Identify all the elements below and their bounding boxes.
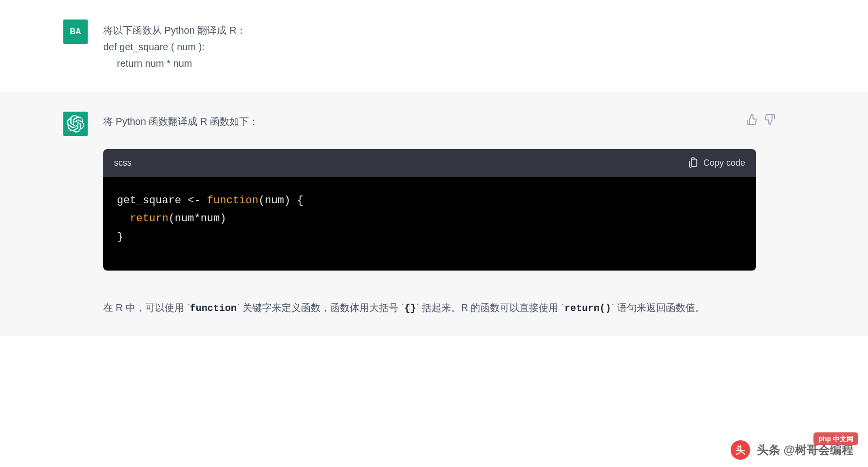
svg-rect-0: [691, 159, 697, 167]
thumbs-up-icon[interactable]: [746, 114, 758, 130]
code-line-1: get_square <- function(num) {: [117, 192, 742, 210]
user-line-3: return num * num: [103, 56, 805, 71]
openai-icon: [67, 115, 84, 133]
assistant-content: 将 Python 函数翻译成 R 函数如下： scss Copy code ge…: [103, 112, 805, 316]
code-line-3: }: [117, 228, 742, 246]
user-message: BA 将以下函数从 Python 翻译成 R： def get_square (…: [0, 0, 868, 92]
assistant-message: 将 Python 函数翻译成 R 函数如下： scss Copy code ge…: [0, 92, 868, 336]
code-line-2: return(num*num): [117, 210, 742, 228]
assistant-explanation: 在 R 中，可以使用 `function` 关键字来定义函数，函数体用大括号 `…: [103, 300, 756, 316]
feedback-buttons: [746, 114, 805, 130]
assistant-avatar: [63, 112, 88, 136]
thumbs-down-icon[interactable]: [764, 114, 775, 130]
user-content: 将以下函数从 Python 翻译成 R： def get_square ( nu…: [103, 19, 805, 72]
code-language-label: scss: [114, 156, 132, 170]
assistant-intro: 将 Python 函数翻译成 R 函数如下：: [103, 114, 736, 129]
code-header: scss Copy code: [103, 149, 756, 177]
copy-code-label: Copy code: [703, 156, 745, 170]
code-body: get_square <- function(num) { return(num…: [103, 177, 756, 271]
code-block: scss Copy code get_square <- function(nu…: [103, 149, 756, 271]
clipboard-icon: [688, 157, 698, 168]
user-line-2: def get_square ( num ):: [103, 39, 805, 55]
user-avatar: BA: [63, 19, 88, 44]
user-line-1: 将以下函数从 Python 翻译成 R：: [103, 22, 805, 38]
copy-code-button[interactable]: Copy code: [688, 156, 745, 170]
